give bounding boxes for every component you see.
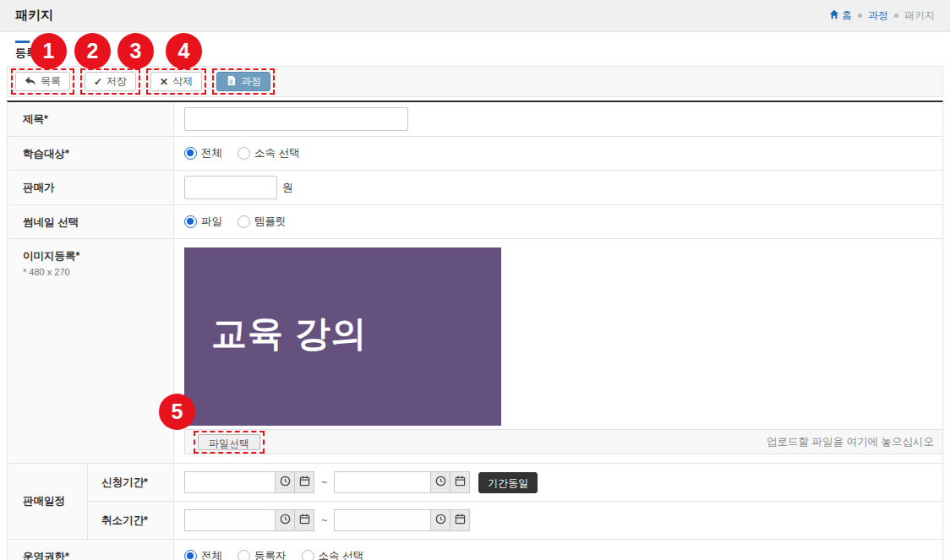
breadcrumb-current: 패키지 xyxy=(904,8,935,23)
document-icon xyxy=(226,75,237,89)
range-separator: ~ xyxy=(321,476,327,488)
calendar-icon xyxy=(299,514,310,527)
radio-unselected-icon xyxy=(238,215,250,228)
save-button-label: 저장 xyxy=(106,74,127,89)
calendar-icon xyxy=(455,514,466,527)
permission-option-all[interactable]: 전체 xyxy=(184,549,222,560)
cancel-period-label: 취소기간* xyxy=(88,502,174,539)
breadcrumb: 홈 과정 패키지 xyxy=(829,8,935,23)
annotation-step-2: 2 xyxy=(74,33,111,69)
course-button[interactable]: 과정 xyxy=(216,72,270,91)
target-row: 학습대상* 전체 소속 선택 xyxy=(8,137,942,171)
clock-icon xyxy=(435,514,446,527)
image-label: 이미지등록* * 480 x 270 xyxy=(8,239,174,463)
delete-button[interactable]: ✕ 삭제 xyxy=(150,72,202,91)
title-row: 제목* xyxy=(8,102,942,137)
apply-period-row: 신청기간* ~ 기간동일 xyxy=(88,464,942,501)
apply-start-input[interactable] xyxy=(184,471,276,493)
section-title: 등록 xyxy=(15,41,943,61)
cancel-period-row: 취소기간* ~ xyxy=(88,501,942,539)
annotation-box-1: 목록 xyxy=(11,68,74,95)
list-button[interactable]: 목록 xyxy=(15,72,70,91)
back-arrow-icon xyxy=(25,76,36,88)
apply-end-input[interactable] xyxy=(334,471,431,493)
price-row: 판매가 원 xyxy=(8,171,942,205)
clock-icon xyxy=(280,514,291,527)
delete-button-label: 삭제 xyxy=(172,74,193,89)
permission-option-registrant[interactable]: 등록자 xyxy=(238,549,287,560)
cancel-end-calendar-button[interactable] xyxy=(450,509,470,531)
apply-end-calendar-button[interactable] xyxy=(450,471,470,493)
permission-option-affiliation[interactable]: 소속 선택 xyxy=(302,549,363,560)
annotation-step-1: 1 xyxy=(30,33,67,69)
price-label: 판매가 xyxy=(8,171,174,204)
file-select-button[interactable]: 파일선택 xyxy=(198,434,260,450)
cancel-end-time-button[interactable] xyxy=(430,509,450,531)
breadcrumb-separator-icon xyxy=(858,14,862,18)
check-icon: ✓ xyxy=(94,77,102,87)
radio-unselected-icon xyxy=(302,550,314,560)
apply-start-calendar-button[interactable] xyxy=(294,471,314,493)
top-header: 패키지 홈 과정 패키지 xyxy=(0,0,950,32)
range-separator: ~ xyxy=(321,514,327,526)
calendar-icon xyxy=(455,476,466,489)
apply-start-time-button[interactable] xyxy=(275,471,295,493)
clock-icon xyxy=(280,476,291,489)
radio-unselected-icon xyxy=(238,550,250,560)
annotation-step-3: 3 xyxy=(117,33,154,69)
image-row: 이미지등록* * 480 x 270 교육 강의 파일선택 업로드할 파일을 여… xyxy=(8,239,942,464)
save-button[interactable]: ✓ 저장 xyxy=(85,72,136,91)
list-button-label: 목록 xyxy=(41,74,61,89)
section-accent-bar xyxy=(15,41,30,43)
thumbnail-option-file[interactable]: 파일 xyxy=(184,215,222,229)
image-size-hint: * 480 x 270 xyxy=(23,267,165,277)
thumbnail-label: 썸네일 선택 xyxy=(8,205,174,238)
cancel-start-calendar-button[interactable] xyxy=(294,509,314,531)
apply-period-label: 신청기간* xyxy=(88,464,174,501)
target-option-affiliation[interactable]: 소속 선택 xyxy=(238,146,299,160)
thumbnail-option-template[interactable]: 템플릿 xyxy=(238,215,287,229)
x-icon: ✕ xyxy=(160,77,168,87)
annotation-box-3: ✕ 삭제 xyxy=(146,68,206,95)
cancel-end-input[interactable] xyxy=(334,509,431,531)
annotation-box-4: 과정 xyxy=(212,68,275,95)
breadcrumb-home-label: 홈 xyxy=(842,8,852,23)
registration-form: 제목* 학습대상* 전체 소속 선택 판매가 xyxy=(7,101,943,560)
cancel-start-input[interactable] xyxy=(184,509,276,531)
main-content: 등록 목록 ✓ 저장 ✕ 삭제 과정 xyxy=(0,41,950,560)
radio-selected-icon xyxy=(184,550,197,560)
schedule-label: 판매일정 xyxy=(8,464,88,539)
calendar-icon xyxy=(299,476,310,489)
permission-row: 운영권한* 전체 등록자 소속 선택 xyxy=(8,540,942,560)
thumbnail-preview-image: 교육 강의 xyxy=(184,247,501,426)
schedule-row: 판매일정 신청기간* ~ xyxy=(8,464,942,540)
course-button-label: 과정 xyxy=(241,74,261,89)
breadcrumb-separator-icon xyxy=(894,14,898,18)
annotation-step-5: 5 xyxy=(159,394,195,430)
price-unit: 원 xyxy=(282,181,293,195)
home-icon xyxy=(829,9,839,22)
annotation-box-2: ✓ 저장 xyxy=(80,68,140,95)
breadcrumb-home-link[interactable]: 홈 xyxy=(829,8,852,23)
thumbnail-preview-text: 교육 강의 xyxy=(184,310,368,357)
clock-icon xyxy=(435,476,446,489)
radio-selected-icon xyxy=(184,147,197,160)
permission-label: 운영권한* xyxy=(8,540,174,560)
cancel-start-time-button[interactable] xyxy=(275,509,295,531)
apply-end-time-button[interactable] xyxy=(430,471,450,493)
dropzone-hint: 업로드할 파일을 여기에 놓으십시오 xyxy=(767,435,934,449)
toolbar: 목록 ✓ 저장 ✕ 삭제 과정 xyxy=(7,66,943,97)
radio-selected-icon xyxy=(184,215,197,228)
same-period-button[interactable]: 기간동일 xyxy=(478,472,538,493)
target-label: 학습대상* xyxy=(8,137,174,170)
price-input[interactable] xyxy=(184,176,277,199)
annotation-box-5: 파일선택 xyxy=(194,431,265,454)
title-input[interactable] xyxy=(184,107,408,131)
thumbnail-row: 썸네일 선택 파일 템플릿 xyxy=(8,205,942,239)
file-dropzone[interactable]: 파일선택 업로드할 파일을 여기에 놓으십시오 xyxy=(184,429,943,454)
target-option-all[interactable]: 전체 xyxy=(184,146,222,160)
radio-unselected-icon xyxy=(238,147,250,160)
annotation-step-4: 4 xyxy=(166,33,202,69)
breadcrumb-course-link[interactable]: 과정 xyxy=(868,8,888,23)
title-label: 제목* xyxy=(8,102,174,136)
